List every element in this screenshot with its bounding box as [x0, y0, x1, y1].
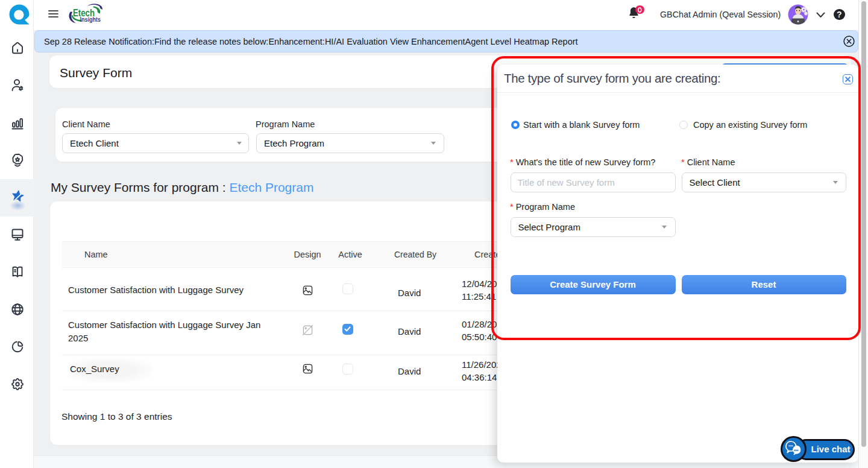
svg-text:Insights: Insights — [80, 16, 101, 23]
